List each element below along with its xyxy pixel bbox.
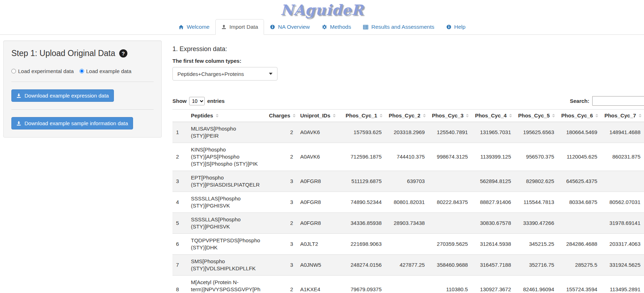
column-header[interactable]: Phos_Cyc_6 [558,110,601,122]
expression-value-cell: 80801.82031 [385,192,429,213]
radio-input-experimental[interactable] [11,69,16,73]
sort-arrows-icon [216,114,219,117]
tab-help[interactable]: Help [440,19,472,35]
column-header[interactable]: Uniprot_IDs [297,110,342,122]
tab-na-overview[interactable]: NA Overview [264,19,316,35]
expression-value-cell: 316457.7188 [472,255,515,276]
expression-value-cell: 157593.625 [342,122,385,143]
column-types-select[interactable]: Peptides+Charges+Proteins [172,67,277,81]
expression-value-cell: 74890.52344 [342,192,385,213]
expression-value-cell: 28903.73438 [385,213,429,234]
table-row: 4SSSSLLAS[Phospho (STY)]PGHISVK3A0FGR874… [172,192,644,213]
radio-input-example[interactable] [79,69,84,73]
radio-label: Load example data [86,68,132,74]
upload-icon [221,24,226,29]
expression-value-cell: 998674.3125 [428,143,472,171]
sort-arrows-icon [423,114,426,117]
uniprot-cell: A1KXE4 [297,276,342,293]
expression-value-cell [428,213,472,234]
download-icon [16,121,21,126]
question-circle-icon[interactable]: ? [119,49,127,57]
uniprot-cell: A0JNW5 [297,255,342,276]
tab-methods[interactable]: Methods [316,19,357,35]
table-row: 3EPT[Phospho (STY)]PSIASDISLPIATQELR3A0F… [172,171,644,192]
expression-value-cell: 345215.25 [514,234,558,255]
show-label: Show [172,98,187,104]
peptide-cell: TQDPVPPETPSDS[Phospho (STY)]DHK [187,234,265,255]
tab-import-data[interactable]: Import Data [215,19,264,35]
tab-label: Welcome [187,24,209,30]
uniprot-cell: A0FGR8 [297,192,342,213]
expression-value-cell: 34336.85938 [342,213,385,234]
column-header[interactable]: Phos_Cyc_3 [428,110,472,122]
data-source-radios: Load experimental data Load example data [11,68,154,74]
table-row: 6TQDPVPPETPSDS[Phospho (STY)]DHK3A0JLT22… [172,234,644,255]
peptide-cell: SSSSLLAS[Phospho (STY)]PGHISVK [187,213,265,234]
expression-value-cell: 312614.5938 [472,234,515,255]
download-sample-info-button[interactable]: Download example sample information data [11,117,133,129]
expression-value-cell [385,234,429,255]
column-header[interactable]: Phos_Cyc_5 [514,110,558,122]
expression-value-cell: 148941.4688 [601,122,644,143]
entries-label: entries [207,98,225,104]
expression-value-cell: 645625.4375 [558,171,601,192]
column-header[interactable]: Phos_Cyc_2 [385,110,429,122]
page-content: Step 1: Upload Original Data ? Load expe… [0,35,644,293]
radio-load-example[interactable]: Load example data [79,68,132,74]
column-header[interactable]: Peptides [187,110,265,122]
expression-value-cell: 639703 [385,171,429,192]
search-label: Search: [570,98,589,104]
charges-cell: 2 [265,143,297,171]
sort-arrows-icon [293,114,296,117]
panel-title: Step 1: Upload Original Data ? [11,49,154,58]
download-expression-button[interactable]: Download example expression data [11,89,114,102]
expression-value-cell: 82461.96094 [514,276,558,293]
expression-value-cell: 31978.69141 [601,213,644,234]
search-input[interactable] [592,96,644,106]
column-header[interactable]: Phos_Cyc_4 [472,110,515,122]
sort-arrows-icon [639,114,642,117]
sort-arrows-icon [509,114,512,117]
tab-label: Help [454,24,466,30]
expression-value-cell: 88827.91406 [472,192,515,213]
expression-value-cell: 1139399.125 [472,143,515,171]
table-icon [363,24,368,30]
expression-value-cell: 358460.9688 [428,255,472,276]
row-index-cell: 1 [172,122,187,143]
expression-value-cell: 155724.3594 [558,276,601,293]
tab-results-assessments[interactable]: Results and Assessments [357,19,440,35]
section-title: 1. Expression data: [172,45,644,53]
expression-value-cell: 331924.5625 [601,255,644,276]
expression-value-cell [428,171,472,192]
row-index-cell: 4 [172,192,187,213]
expression-value-cell: 248274.0156 [342,255,385,276]
row-index-header [172,110,187,122]
main-content: 1. Expression data: The first few column… [172,40,644,293]
expression-value-cell: 270359.5625 [428,234,472,255]
charges-cell: 3 [265,171,297,192]
download-icon [16,93,21,98]
page-length-select[interactable]: 10 [189,97,205,105]
tab-welcome[interactable]: Welcome [172,19,215,35]
column-header[interactable]: Charges [265,110,297,122]
table-row: 5SSSSLLAS[Phospho (STY)]PGHISVK2A0FGR834… [172,213,644,234]
radio-load-experimental[interactable]: Load experimental data [11,68,74,74]
button-label: Download example sample information data [24,120,128,126]
peptide-cell: MLISAVS[Phospho (STY)]PEIR [187,122,265,143]
expression-value-cell: 113495.2891 [601,276,644,293]
charges-cell: 2 [265,122,297,143]
expression-value-cell: 1120045.625 [558,143,601,171]
column-header[interactable]: Phos_Cyc_7 [601,110,644,122]
uniprot-cell: A0AVK6 [297,143,342,171]
table-row: 1MLISAVS[Phospho (STY)]PEIR2A0AVK6157593… [172,122,644,143]
expression-value-cell: 131965.7031 [472,122,515,143]
expression-value-cell: 195625.6563 [514,122,558,143]
column-header[interactable]: Phos_Cyc_1 [342,110,385,122]
table-header-row: PeptidesChargesUniprot_IDsPhos_Cyc_1Phos… [172,110,644,122]
column-types-label: The first few column types: [172,58,644,64]
expression-value-cell: 180664.5469 [558,122,601,143]
tab-label: Methods [330,24,351,30]
expression-value-cell: 427877.25 [385,255,429,276]
main-nav: Welcome Import Data NA Overview Methods … [0,19,644,35]
uniprot-cell: A0FGR8 [297,171,342,192]
